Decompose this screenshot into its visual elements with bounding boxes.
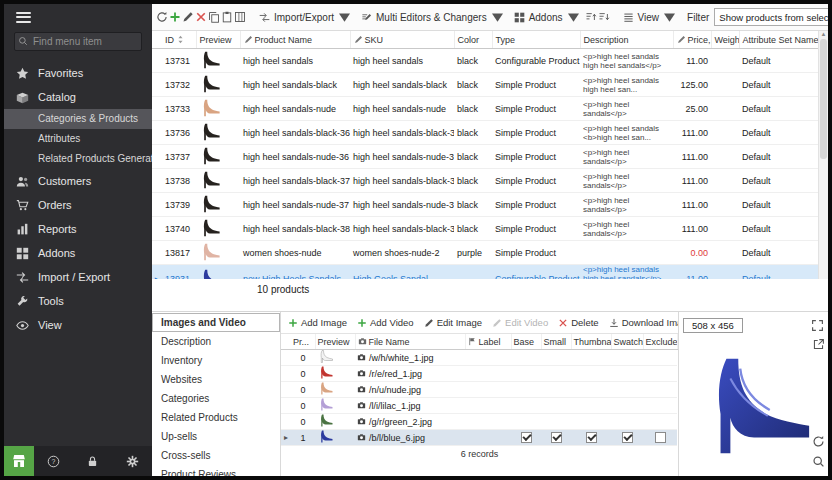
product-row[interactable]: 13736high heel sandals-black-36high heel…	[152, 121, 819, 145]
media-row[interactable]: 0/n/u/nude.jpg	[281, 382, 677, 398]
product-row[interactable]: 13740high heel sandals-black-38high heel…	[152, 217, 819, 241]
add-video-button[interactable]: Add Video	[353, 317, 418, 328]
hamburger-menu-icon[interactable]	[16, 12, 31, 23]
column-header-product-name[interactable]: Product Name	[240, 31, 350, 49]
sidebar-item-attributes[interactable]: Attributes	[4, 129, 152, 149]
column-header-description[interactable]: Description	[580, 31, 673, 49]
grid-scrollbar[interactable]: ▲	[818, 31, 828, 279]
tab-related-products[interactable]: Related Products	[152, 408, 280, 427]
tab-cross-sells[interactable]: Cross-sells	[152, 446, 280, 465]
fullscreen-icon[interactable]	[811, 319, 824, 332]
delete-button[interactable]	[195, 7, 207, 27]
product-row[interactable]: 13732high heel sandals-blackhigh heel sa…	[152, 73, 819, 97]
row-expander[interactable]: ▸	[281, 430, 291, 446]
download-image-button[interactable]: Download Image	[605, 317, 678, 328]
columns-button[interactable]	[234, 7, 246, 27]
edit-video-button[interactable]: Edit Video	[488, 317, 552, 328]
sidebar-item-import-export[interactable]: Import / Export	[4, 265, 152, 289]
sidebar-item-categories-products[interactable]: Categories & Products	[4, 109, 152, 129]
column-header-price[interactable]: Price,	[673, 31, 711, 49]
tab-categories[interactable]: Categories	[152, 389, 280, 408]
help-icon[interactable]: ?	[47, 455, 60, 468]
media-column-preview[interactable]: Preview	[315, 334, 355, 350]
sidebar-item-catalog[interactable]: Catalog	[4, 85, 152, 109]
media-column-base[interactable]: Base	[511, 334, 541, 350]
base-checkbox[interactable]	[521, 432, 532, 443]
tab-description[interactable]: Description	[152, 332, 280, 351]
column-label: Product Name	[255, 35, 313, 45]
media-row[interactable]: 0/w/h/white_1.jpg	[281, 350, 677, 366]
cell-weight	[711, 49, 739, 73]
add-image-button[interactable]: Add Image	[284, 317, 351, 328]
view-button[interactable]: View	[618, 7, 681, 27]
column-header-id[interactable]: ID	[162, 31, 196, 49]
sidebar-item-favorites[interactable]: Favorites	[4, 61, 152, 85]
copy-button[interactable]	[208, 7, 220, 27]
sidebar-item-customers[interactable]: Customers	[4, 169, 152, 193]
product-row[interactable]: 13737high heel sandals-nude-36high heel …	[152, 145, 819, 169]
media-column-swatch[interactable]: Swatch	[611, 334, 643, 350]
thumbnail-checkbox[interactable]	[586, 432, 597, 443]
row-expander[interactable]: ▸	[152, 265, 162, 280]
product-row[interactable]: 13817women shoes-nudewomen shoes-nude-2p…	[152, 241, 819, 265]
media-column-label[interactable]: Label	[465, 334, 511, 350]
sidebar-item-tools[interactable]: Tools	[4, 289, 152, 313]
lock-icon[interactable]	[86, 455, 99, 468]
media-column-exclude[interactable]: Exclude	[643, 334, 677, 350]
scroll-up-icon[interactable]: ▲	[821, 31, 827, 37]
sidebar-search-input[interactable]	[14, 32, 142, 51]
rotate-icon[interactable]	[812, 435, 825, 448]
tab-images-and-video[interactable]: Images and Video	[152, 313, 280, 332]
small-checkbox[interactable]	[551, 432, 562, 443]
media-column-thumbna[interactable]: Thumbna	[571, 334, 611, 350]
sort-asc-button[interactable]	[585, 7, 597, 27]
product-row[interactable]: 13733high heel sandals-nudehigh heel san…	[152, 97, 819, 121]
sort-desc-button[interactable]	[598, 7, 610, 27]
category-filter-select[interactable]: Show products from selected categories	[714, 8, 828, 26]
exclude-checkbox[interactable]	[655, 432, 666, 443]
add-button[interactable]	[169, 7, 181, 27]
product-row[interactable]: 13739high heel sandals-nude-37high heel …	[152, 193, 819, 217]
download-icon	[609, 318, 619, 328]
column-header-preview[interactable]: Preview	[196, 31, 240, 49]
delete-button[interactable]: Delete	[554, 317, 602, 328]
column-header-sku[interactable]: SKU	[350, 31, 454, 49]
product-row[interactable]: 13731high heel sandalshigh heel sandalsb…	[152, 49, 819, 73]
edit-pencil-button[interactable]	[182, 7, 194, 27]
media-row[interactable]: 0/r/e/red_1.jpg	[281, 366, 677, 382]
store-button[interactable]	[4, 446, 34, 476]
multi-editors-changers-button[interactable]: Multi Editors & Changers	[356, 7, 508, 27]
scrollbar-thumb[interactable]	[820, 39, 827, 159]
tab-inventory[interactable]: Inventory	[152, 351, 280, 370]
sidebar-item-view[interactable]: View	[4, 313, 152, 337]
sidebar-item-reports[interactable]: Reports	[4, 217, 152, 241]
paste-button[interactable]	[221, 7, 233, 27]
zoom-icon[interactable]	[812, 455, 825, 468]
media-row[interactable]: ▸1/b/l/blue_6.jpg	[281, 430, 677, 446]
settings-icon[interactable]	[126, 455, 139, 468]
column-header-color[interactable]: Color	[454, 31, 492, 49]
column-header-weight[interactable]: Weight	[711, 31, 739, 49]
import-export-button[interactable]: Import/Export	[254, 7, 355, 27]
column-header-attribute-set-name[interactable]: Attribute Set Name	[739, 31, 819, 49]
sidebar-item-orders[interactable]: Orders	[4, 193, 152, 217]
sidebar-item-addons[interactable]: Addons	[4, 241, 152, 265]
tab-up-sells[interactable]: Up-sells	[152, 427, 280, 446]
column-header-type[interactable]: Type	[492, 31, 580, 49]
reports-icon	[16, 223, 29, 236]
product-row[interactable]: ▸13931new High Heels SandalsHigh Geels S…	[152, 265, 819, 280]
refresh-button[interactable]	[156, 7, 168, 27]
product-row[interactable]: 13738high heel sandals-black-37high heel…	[152, 169, 819, 193]
media-column-pr[interactable]: Pr...	[291, 334, 315, 350]
addons-button[interactable]: Addons	[509, 7, 584, 27]
media-column-small[interactable]: Small	[541, 334, 571, 350]
media-row[interactable]: 0/g/r/green_2.jpg	[281, 414, 677, 430]
media-row[interactable]: 0/l/i/lilac_1.jpg	[281, 398, 677, 414]
tab-websites[interactable]: Websites	[152, 370, 280, 389]
sidebar-item-related-products-generator[interactable]: Related Products Generator	[4, 149, 152, 169]
edit-image-button[interactable]: Edit Image	[420, 317, 486, 328]
swatch-checkbox[interactable]	[622, 432, 633, 443]
tab-product-reviews[interactable]: Product Reviews	[152, 465, 280, 476]
media-column-file-name[interactable]: File Name	[355, 334, 465, 350]
open-new-window-icon[interactable]	[812, 338, 825, 351]
